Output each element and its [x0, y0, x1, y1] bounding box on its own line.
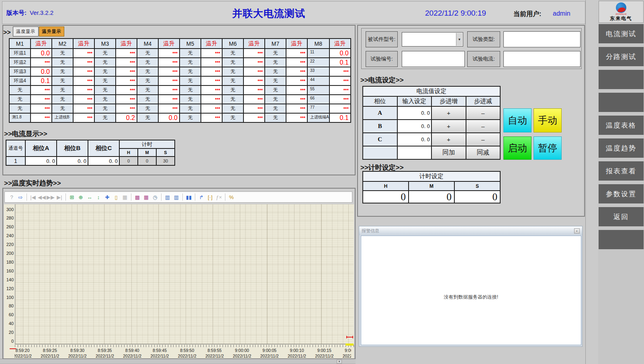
sidebar-button-7[interactable]: 报表查看	[599, 161, 644, 181]
temp-col-header: M6	[222, 39, 243, 49]
y-axis-label: 280	[4, 216, 14, 220]
grid-config-icon[interactable]: ▩	[133, 193, 142, 201]
sidebar-button-blank[interactable]	[599, 230, 644, 249]
step-minus-button[interactable]: –	[466, 106, 501, 120]
temp-rise-value-cell: ***	[158, 49, 180, 58]
toolbar-separator	[65, 193, 66, 201]
cursor-icon[interactable]: ↱	[197, 193, 206, 201]
tab-marker: >>	[3, 29, 11, 36]
step-plus-button[interactable]: +	[431, 106, 466, 120]
combo-arrow-icon[interactable]: ▼	[456, 33, 462, 46]
test-type-label: 试验类型:	[467, 31, 500, 47]
tab-rise-display[interactable]: 温升显示	[39, 26, 64, 37]
temp-rise-value-cell: 0.2	[116, 113, 137, 122]
pause-button[interactable]: 暂停	[534, 136, 562, 160]
y-axis-label: 260	[4, 224, 14, 229]
logo-icon	[616, 2, 626, 13]
all-minus-button[interactable]: 同减	[466, 146, 501, 159]
chart-prev-icon[interactable]: ▥	[163, 193, 172, 201]
nav-first-icon[interactable]: |◀	[29, 193, 37, 201]
help-icon[interactable]: ?	[7, 193, 16, 201]
set-value-input[interactable]: 0. 0	[397, 133, 432, 146]
set-value-input[interactable]: 0. 0	[397, 106, 432, 120]
sidebar-button-8[interactable]: 参数设置	[599, 184, 644, 203]
channel-name-cell: 无	[94, 85, 116, 95]
scrollbar-button[interactable]: ▾	[337, 360, 342, 364]
y-axis-label: 120	[4, 286, 14, 291]
fx-icon[interactable]: ƒ×	[215, 193, 223, 201]
sidebar-button-6[interactable]: 温度趋势	[599, 138, 644, 158]
pan-icon[interactable]: ✚	[103, 193, 112, 201]
x-axis-label: 9:00:202022/11/2	[336, 348, 351, 359]
temperature-panel: >> 温度显示 温升显示 M1温升M2温升M3温升M4温升M5温升M6温升M7温…	[2, 25, 356, 175]
test-number-input[interactable]	[402, 51, 465, 67]
nav-next-icon[interactable]: ▶▶	[46, 193, 55, 201]
temp-rise-value-cell: ***	[243, 95, 265, 104]
toolbar-separator	[161, 193, 162, 201]
timer-value-input[interactable]: 0	[454, 191, 500, 203]
tab-temperature-display[interactable]: 温度显示	[13, 26, 39, 37]
temp-rise-value-cell: ***	[31, 95, 52, 104]
temp-rise-value-cell: ***	[243, 67, 265, 76]
channel-name-cell: 无	[222, 113, 243, 122]
nav-prev-icon[interactable]: ◀◀	[37, 193, 46, 201]
phase-a-header: 相位A	[25, 140, 57, 157]
temp-col-header: M5	[180, 39, 201, 49]
step-plus-button[interactable]: +	[431, 133, 466, 146]
auto-button[interactable]: 自动	[503, 108, 532, 132]
sidebar-button-5[interactable]: 温度表格	[599, 116, 644, 135]
timer-col-header: M	[409, 181, 454, 191]
set-col-header: 步进减	[466, 96, 501, 106]
trend-section-title: >>温度实时趋势>>	[4, 179, 61, 188]
temp-rise-value-cell: ***	[116, 58, 137, 67]
chart-add-icon[interactable]: ▦	[142, 193, 151, 201]
clock-icon[interactable]: ◷	[151, 193, 159, 201]
channel-name-cell: 无	[222, 95, 243, 104]
channel-name-cell: 无	[94, 104, 116, 113]
temp-col-rise-header: 温升	[243, 39, 265, 49]
timer-value-input[interactable]: 0	[363, 191, 409, 203]
temp-col-header: M2	[52, 39, 73, 49]
percent-icon[interactable]: %	[227, 193, 236, 201]
channel-name-cell: 无	[137, 95, 158, 104]
sidebar-button-blank[interactable]	[599, 93, 644, 112]
temp-rise-value-cell: ***	[158, 104, 180, 113]
channel-name-cell: 无	[137, 104, 158, 113]
test-type-input[interactable]	[503, 31, 581, 47]
axis-ruler-icon[interactable]: ▯	[112, 193, 121, 201]
zoom-v-icon[interactable]: ↕	[94, 193, 103, 201]
set-value-input[interactable]: 0. 0	[397, 120, 432, 133]
channel-name-cell: 无	[265, 49, 286, 58]
zoom-in-icon[interactable]: ⊕	[76, 193, 85, 201]
set-value-input-empty[interactable]	[397, 146, 432, 159]
calendar-icon[interactable]: ▦	[121, 193, 129, 201]
zoom-h-icon[interactable]: ↔	[85, 193, 94, 201]
sidebar-separator	[585, 0, 586, 364]
current-set-title: >>电流设定>>	[360, 75, 404, 85]
start-button[interactable]: 启动	[503, 136, 532, 160]
device-model-combo[interactable]: ▼	[402, 32, 463, 47]
step-minus-button[interactable]: –	[466, 120, 501, 133]
nav-last-icon[interactable]: ▶|	[55, 193, 64, 201]
timer-value-input[interactable]: 0	[409, 191, 454, 203]
export-icon[interactable]: ⇨	[16, 193, 25, 201]
chart-horizontal-scrollbar[interactable]: ▾	[0, 359, 356, 364]
chart-next-icon[interactable]: ▥	[172, 193, 181, 201]
sidebar-button-2[interactable]: 分路测试	[599, 47, 644, 66]
bracket-icon[interactable]: [·]	[206, 193, 215, 201]
temp-rise-value-cell: ***	[329, 95, 351, 104]
test-number-label: 试验编号:	[366, 51, 398, 67]
pause-icon[interactable]: ▮▮	[184, 193, 193, 201]
y-axis-label: 160	[4, 268, 14, 273]
step-plus-button[interactable]: +	[431, 120, 466, 133]
step-minus-button[interactable]: –	[466, 133, 501, 146]
sidebar-button-1[interactable]: 电流测试	[599, 24, 644, 43]
channel-name-cell: 33	[307, 67, 329, 76]
sidebar-button-9[interactable]: 返回	[599, 207, 644, 226]
manual-button[interactable]: 手动	[534, 108, 562, 132]
zoom-box-icon[interactable]: ⊞	[67, 193, 76, 201]
test-current-input[interactable]	[503, 51, 581, 67]
all-plus-button[interactable]: 同加	[431, 146, 466, 159]
alarm-close-button[interactable]: ▪	[574, 228, 580, 234]
sidebar-button-blank[interactable]	[599, 70, 644, 89]
